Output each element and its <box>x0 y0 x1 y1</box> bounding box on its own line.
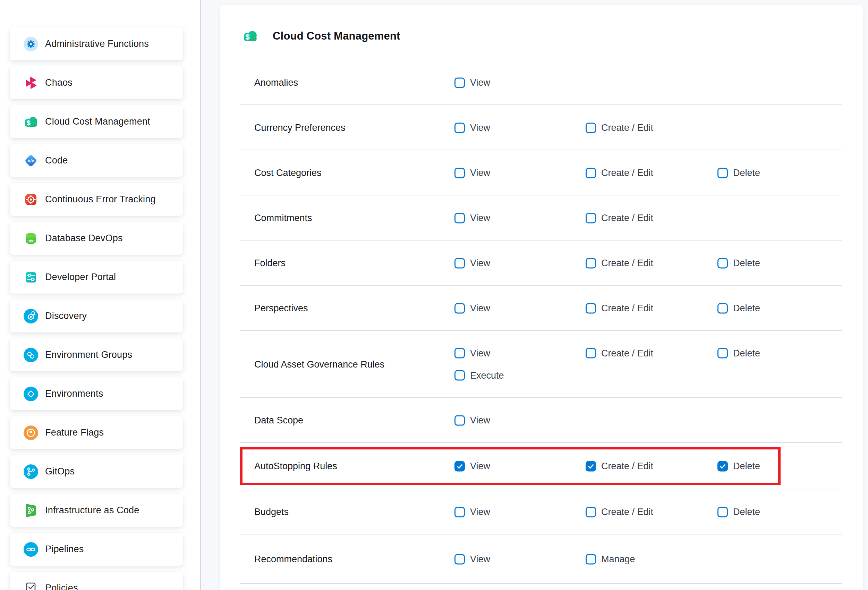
checkbox-view[interactable] <box>455 258 465 268</box>
checkbox-create-edit[interactable] <box>586 507 596 517</box>
permission-label: View <box>470 415 490 426</box>
environments-icon <box>23 386 38 402</box>
permission-cell-commitments-view[interactable]: View <box>455 213 490 223</box>
permission-cell-folders-delete[interactable]: Delete <box>717 258 760 269</box>
checkbox-view[interactable] <box>455 554 465 564</box>
checkbox-delete[interactable] <box>717 258 728 268</box>
permission-label: Create / Edit <box>601 348 653 358</box>
checked-checkbox-create-edit[interactable] <box>586 461 596 471</box>
pipelines-icon <box>23 542 38 557</box>
sidebar-item-environments[interactable]: Environments <box>10 377 183 410</box>
permission-cell-cost-categories-view[interactable]: View <box>455 168 490 178</box>
sidebar-item-pipelines[interactable]: Pipelines <box>10 533 183 566</box>
permission-row-perspectives: PerspectivesViewCreate / EditDelete <box>220 285 863 331</box>
permission-label: View <box>470 77 490 88</box>
checkbox-execute[interactable] <box>455 370 465 381</box>
cloud-dollar-icon: $ <box>23 114 38 129</box>
sidebar-item-discovery[interactable]: Discovery <box>10 300 183 333</box>
database-icon: ∞ <box>23 231 38 246</box>
checkbox-view[interactable] <box>455 213 465 223</box>
sidebar-item-continuous-error-tracking[interactable]: Continuous Error Tracking <box>10 183 183 216</box>
sidebar-item-administrative-functions[interactable]: Administrative Functions <box>10 27 183 61</box>
permission-cell-currency-preferences-view[interactable]: View <box>455 123 490 133</box>
permission-label: Delete <box>733 507 760 518</box>
checkbox-create-edit[interactable] <box>586 303 596 313</box>
checkbox-create-edit[interactable] <box>586 213 596 223</box>
permission-cell-cloud-asset-governance-rules-create-edit[interactable]: Create / Edit <box>586 348 653 358</box>
permission-cell-cost-categories-create-edit[interactable]: Create / Edit <box>586 168 653 178</box>
permission-label: Delete <box>733 168 760 178</box>
permission-label: Manage <box>601 554 635 565</box>
sidebar-item-label: GitOps <box>45 466 75 477</box>
checkbox-create-edit[interactable] <box>586 258 596 268</box>
permission-cell-cost-categories-delete[interactable]: Delete <box>717 168 760 178</box>
sidebar-item-feature-flags[interactable]: Feature Flags <box>10 416 183 449</box>
checkbox-view[interactable] <box>455 348 465 358</box>
checkbox-delete[interactable] <box>717 507 728 517</box>
permission-cell-currency-preferences-create-edit[interactable]: Create / Edit <box>586 123 653 133</box>
permission-row-cloud-asset-governance-rules: Cloud Asset Governance RulesViewCreate /… <box>220 331 863 398</box>
permission-cell-perspectives-delete[interactable]: Delete <box>717 303 760 314</box>
checkbox-delete[interactable] <box>717 168 728 178</box>
checked-checkbox-view[interactable] <box>455 461 465 471</box>
permission-cell-cloud-asset-governance-rules-delete[interactable]: Delete <box>717 348 760 358</box>
module-sidebar: Administrative FunctionsChaos$Cloud Cost… <box>0 0 200 590</box>
permission-label: Delete <box>733 303 760 314</box>
checkbox-create-edit[interactable] <box>586 348 596 358</box>
permission-cell-recommendations-view[interactable]: View <box>455 554 490 565</box>
permission-cell-commitments-create-edit[interactable]: Create / Edit <box>586 213 653 223</box>
sidebar-item-chaos[interactable]: Chaos <box>10 66 183 99</box>
svg-text:$: $ <box>246 32 250 41</box>
sidebar-item-gitops[interactable]: GitOps <box>10 455 183 488</box>
permission-cell-budgets-view[interactable]: View <box>455 507 490 518</box>
permission-label: View <box>470 258 490 269</box>
permission-cell-data-scope-view[interactable]: View <box>455 415 490 426</box>
checked-checkbox-delete[interactable] <box>717 461 728 471</box>
permission-cell-autostopping-rules-delete[interactable]: Delete <box>717 461 760 472</box>
policies-icon <box>23 581 38 590</box>
sidebar-item-infrastructure-as-code[interactable]: Infrastructure as Code <box>10 494 183 527</box>
permission-label: View <box>470 168 490 178</box>
permission-row-data-scope: Data ScopeView <box>220 398 863 443</box>
permission-cells: ViewManage <box>220 534 863 584</box>
permission-cell-cloud-asset-governance-rules-view[interactable]: View <box>455 348 490 358</box>
checkbox-view[interactable] <box>455 168 465 178</box>
sidebar-item-environment-groups[interactable]: Environment Groups <box>10 339 183 371</box>
permission-label: View <box>470 303 490 314</box>
checkbox-create-edit[interactable] <box>586 168 596 178</box>
sidebar-item-policies[interactable]: Policies <box>10 572 183 590</box>
permission-cell-autostopping-rules-view[interactable]: View <box>455 461 490 472</box>
permission-label: Delete <box>733 348 760 358</box>
permission-cell-perspectives-create-edit[interactable]: Create / Edit <box>586 303 653 314</box>
checkbox-manage[interactable] <box>586 554 596 564</box>
permission-cell-recommendations-manage[interactable]: Manage <box>586 554 635 565</box>
checkbox-delete[interactable] <box>717 303 728 313</box>
permission-cell-anomalies-view[interactable]: View <box>455 77 490 88</box>
permission-cell-budgets-create-edit[interactable]: Create / Edit <box>586 507 653 518</box>
checkbox-view[interactable] <box>455 123 465 133</box>
permission-row-commitments: CommitmentsViewCreate / Edit <box>220 195 863 241</box>
permission-label: Delete <box>733 258 760 269</box>
sidebar-item-developer-portal[interactable]: Developer Portal <box>10 261 183 294</box>
permission-cell-folders-view[interactable]: View <box>455 258 490 269</box>
permission-cell-budgets-delete[interactable]: Delete <box>717 507 760 518</box>
page-title: Cloud Cost Management <box>273 30 400 42</box>
sidebar-item-code[interactable]: </>Code <box>10 144 183 177</box>
main-area: $ Cloud Cost Management AnomaliesViewCur… <box>201 0 868 590</box>
permission-cell-autostopping-rules-create-edit[interactable]: Create / Edit <box>586 461 653 472</box>
checkbox-view[interactable] <box>455 507 465 517</box>
permission-line: ViewCreate / Edit <box>220 117 863 139</box>
permission-cell-cloud-asset-governance-rules-execute[interactable]: Execute <box>455 370 504 381</box>
sidebar-item-database-devops[interactable]: ∞Database DevOps <box>10 222 183 255</box>
checkbox-view[interactable] <box>455 303 465 313</box>
sidebar-item-label: Discovery <box>45 311 87 321</box>
permission-label: View <box>470 348 490 358</box>
checkbox-view[interactable] <box>455 77 465 88</box>
checkbox-delete[interactable] <box>717 348 728 358</box>
checkbox-view[interactable] <box>455 415 465 426</box>
permission-cell-folders-create-edit[interactable]: Create / Edit <box>586 258 653 269</box>
sidebar-item-cloud-cost-management[interactable]: $Cloud Cost Management <box>10 105 183 138</box>
permission-line: ViewCreate / EditDelete <box>220 297 863 319</box>
checkbox-create-edit[interactable] <box>586 123 596 133</box>
permission-cell-perspectives-view[interactable]: View <box>455 303 490 314</box>
